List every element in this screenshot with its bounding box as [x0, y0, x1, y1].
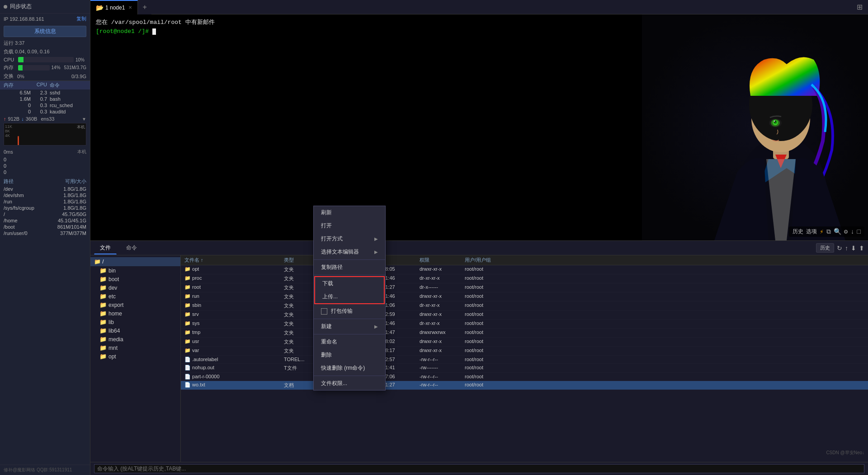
runtime-label: 运行 3:37 [0, 39, 90, 47]
sys-info-button[interactable]: 系统信息 [4, 26, 86, 37]
ctx-rename[interactable]: 重命名 [314, 335, 385, 348]
upload-file-icon[interactable]: ⬆ [859, 245, 864, 252]
ctx-new[interactable]: 新建▶ [314, 320, 385, 333]
file-row-root[interactable]: 📁 root 文夹 2023/11/08 21:27 dr-x------ ro… [181, 283, 868, 292]
ctx-sep-4 [314, 334, 385, 334]
file-row-opt[interactable]: 📁 opt 文夹 2021/10/19 18:05 drwxr-xr-x roo… [181, 265, 868, 274]
tree-item-lib[interactable]: 📁lib [90, 318, 180, 326]
ctx-select-editor[interactable]: 选择文本编辑器▶ [314, 245, 385, 259]
file-row-nohup[interactable]: 📄 nohup.out T文件 2023/11/08 21:41 -rw----… [181, 364, 868, 373]
file-row-usr[interactable]: 📁 usr 文夹 2021/10/19 18:02 drwxr-xr-x roo… [181, 338, 868, 347]
download-file-icon[interactable]: ⬇ [851, 245, 856, 252]
file-tree-root[interactable]: 📁 / [90, 257, 180, 266]
file-row-var[interactable]: 📁 var 文夹 2021/10/19 18:17 drwxr-xr-x roo… [181, 347, 868, 356]
net-chart: 11K 8K 4K [4, 123, 86, 146]
folder-icon: 📁 [99, 336, 107, 343]
tree-item-etc[interactable]: 📁etc [90, 292, 180, 301]
file-row-part[interactable]: 📄 part-r-00000 2023/11/08 17:06 -rw-r--r… [181, 373, 868, 381]
tab-grid-button[interactable]: ⊞ [851, 3, 868, 11]
cmd-input-field[interactable] [94, 464, 864, 473]
ctx-open-with[interactable]: 打开方式▶ [314, 232, 385, 245]
ctx-refresh[interactable]: 刷新 [314, 206, 385, 219]
file-row-autorelabel[interactable]: 📄 .autorelabel TOREL... 2021/10/23 22:57… [181, 356, 868, 364]
file-row-run[interactable]: 📁 run 文夹 2023/11/10 11:46 drwxr-xr-x roo… [181, 292, 868, 301]
ctx-pack-transfer[interactable]: 打包传输 [314, 305, 385, 318]
ctx-open[interactable]: 打开 [314, 219, 385, 232]
history-button[interactable]: 历史 [793, 228, 803, 235]
tree-item-home[interactable]: 📁home [90, 309, 180, 318]
context-menu: 刷新 打开 打开方式▶ 选择文本编辑器▶ 复制路径 下载 上传... 打包传输 … [313, 206, 386, 390]
net-interface: ens33 [41, 116, 54, 122]
net-local-tag: 本机 [77, 124, 85, 130]
tab-add-button[interactable]: + [138, 0, 151, 14]
file-row-sbin[interactable]: 📁 sbin 文夹 2021/10/24 01:06 dr-xr-xr-x ro… [181, 301, 868, 310]
latency-val-3: 0 [0, 169, 90, 175]
mem-pct: 14% [52, 65, 62, 70]
file-row-srv[interactable]: 📁 srv 文夹 2018/04/11 12:59 drwxr-xr-x roo… [181, 310, 868, 320]
proc-col-cpu: CPU [31, 82, 47, 89]
tree-item-mnt[interactable]: 📁mnt [90, 343, 180, 352]
tab-files[interactable]: 文件 [94, 242, 117, 254]
search-icon[interactable]: 🔍 [834, 228, 841, 235]
disk-section: 路径 可用/大小 /dev1.8G/1.8G /dev/shm1.8G/1.8G… [0, 175, 90, 238]
refresh-icon[interactable]: ↻ [837, 245, 842, 252]
latency-row: 0ms 本机 [0, 147, 90, 156]
copy-ip-button[interactable]: 复制 [76, 15, 86, 22]
swap-row: 交换 0% 0/3.9G [0, 72, 90, 80]
load-label: 负载 0.04, 0.09, 0.16 [0, 47, 90, 56]
tab-folder-icon: 📂 [96, 4, 104, 11]
fullscreen-icon[interactable]: □ [857, 228, 861, 235]
cpu-bar-bg [18, 57, 74, 62]
file-list-scroll[interactable]: 📁 opt 文夹 2021/10/19 18:05 drwxr-xr-x roo… [181, 265, 868, 462]
mem-bar-fill [18, 65, 23, 71]
ctx-copy-path[interactable]: 复制路径 [314, 261, 385, 274]
file-list-header: 文件名 ↑ 类型 大小 修改时间 权限 用户/用户组 [181, 255, 868, 265]
tree-item-dev[interactable]: 📁dev [90, 283, 180, 292]
tree-item-export[interactable]: 📁export [90, 301, 180, 309]
ctx-download[interactable]: 下载 [315, 277, 384, 290]
disk-row-run: /run1.8G/1.8G [0, 198, 90, 205]
file-row-sys[interactable]: 📁 sys 文夹 2023/11/10 11:46 dr-xr-xr-x roo… [181, 320, 868, 329]
proc-cmd-3: rcu_sched [47, 103, 86, 108]
copy-screen-icon[interactable]: ⧉ [826, 228, 831, 235]
tree-item-opt[interactable]: 📁opt [90, 352, 180, 361]
lightning-icon[interactable]: ⚡ [820, 228, 823, 235]
tree-item-boot[interactable]: 📁boot [90, 275, 180, 283]
tab-node1[interactable]: 📂 1 node1 ✕ [90, 0, 138, 14]
net-up-icon: ↑ [4, 116, 6, 122]
proc-cpu-2: 0.7 [31, 96, 47, 102]
tab-close-button[interactable]: ✕ [128, 5, 132, 10]
file-row-proc[interactable]: 📁 proc 文夹 2023/11/10 11:46 dr-xr-xr-x ro… [181, 274, 868, 283]
disk-row-shm: /dev/shm1.8G/1.8G [0, 192, 90, 198]
cpu-label: CPU [4, 57, 16, 62]
terminal-area[interactable]: 您在 /var/spool/mail/root 中有新邮件 [root@node… [90, 14, 868, 240]
file-row-tmp[interactable]: 📁 tmp 文夹 2023/11/10 11:47 drwxrwxrwx roo… [181, 329, 868, 338]
ctx-quick-delete[interactable]: 快速删除 (rm命令) [314, 362, 385, 375]
tree-item-bin[interactable]: 📁bin [90, 266, 180, 275]
up-dir-icon[interactable]: ↑ [845, 245, 848, 252]
tree-item-media[interactable]: 📁media [90, 335, 180, 343]
ctx-permissions[interactable]: 文件权限... [314, 377, 385, 390]
ctx-highlighted-group: 下载 上传... [314, 276, 385, 304]
tab-commands[interactable]: 命令 [120, 242, 143, 254]
proc-col-cmd: 命令 [47, 82, 86, 89]
proc-cmd-2: bash [47, 96, 86, 102]
ctx-sep-5 [314, 376, 385, 376]
sync-status-label: 同步状态 [10, 3, 32, 10]
ctx-upload[interactable]: 上传... [315, 290, 384, 303]
proc-row-3: 0 0.3 rcu_sched [0, 102, 90, 108]
tab-bar: 📂 1 node1 ✕ + ⊞ [90, 0, 868, 14]
download-icon[interactable]: ↓ [850, 228, 854, 235]
sidebar: 同步状态 IP 192.168.88.161 复制 系统信息 运行 3:37 负… [0, 0, 90, 475]
ctx-delete[interactable]: 删除 [314, 348, 385, 362]
swap-label: 交换 [4, 73, 14, 80]
settings-icon[interactable]: ⚙ [844, 228, 848, 235]
file-row-wo[interactable]: 📄 wo.txt 文档 2023/11/08 21:27 -rw-r--r-- … [181, 381, 868, 390]
disk-col-path: 路径 [4, 178, 14, 185]
history-toolbar-button[interactable]: 历史 [816, 243, 834, 253]
ctx-sep-2 [314, 275, 385, 275]
options-button[interactable]: 选项 [806, 228, 817, 235]
net-down-val: 360B [26, 116, 38, 122]
file-manager: 📁 / 📁bin 📁boot 📁dev 📁etc 📁export 📁home 📁… [90, 255, 868, 462]
tree-item-lib64[interactable]: 📁lib64 [90, 326, 180, 335]
